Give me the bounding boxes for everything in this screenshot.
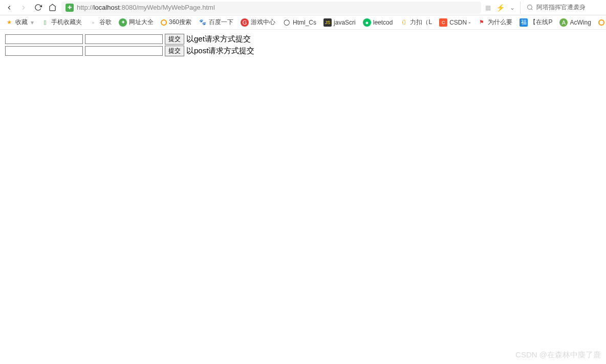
get-form-row: 提交 以get请求方式提交 bbox=[5, 34, 601, 45]
circle-icon bbox=[161, 19, 167, 26]
reload-button[interactable] bbox=[33, 3, 43, 13]
paw-icon: 🐾 bbox=[199, 18, 207, 27]
get-input-2[interactable] bbox=[85, 34, 163, 44]
forward-button[interactable] bbox=[18, 3, 29, 13]
qr-icon[interactable]: ▦ bbox=[485, 4, 491, 11]
browser-search[interactable]: 阿塔指挥官遭袭身 bbox=[520, 2, 586, 14]
bookmark-games[interactable]: G游戏中心 bbox=[241, 18, 275, 27]
search-icon bbox=[527, 4, 533, 11]
get-input-1[interactable] bbox=[5, 34, 83, 44]
lightning-icon[interactable]: ⚡ bbox=[496, 4, 505, 12]
box-icon: 福 bbox=[520, 18, 528, 27]
search-placeholder: 阿塔指挥官遭袭身 bbox=[536, 3, 586, 12]
star-icon: ★ bbox=[5, 18, 13, 27]
shield-icon: ✚ bbox=[66, 4, 74, 12]
address-bar[interactable]: ✚ http://localhost:8080/myWeb/MyWebPage.… bbox=[61, 2, 481, 14]
url-text: http://localhost:8080/myWeb/MyWebPage.ht… bbox=[77, 4, 215, 11]
post-input-1[interactable] bbox=[5, 46, 83, 56]
page-content: 提交 以get请求方式提交 提交 以post请求方式提交 bbox=[0, 30, 606, 61]
bookmark-online[interactable]: 福【在线P bbox=[520, 18, 552, 27]
page-icon: ▫ bbox=[89, 18, 97, 27]
get-description: 以get请求方式提交 bbox=[186, 34, 251, 44]
svg-line-1 bbox=[531, 9, 532, 10]
bookmark-leetcode1[interactable]: ●leetcod bbox=[363, 18, 393, 27]
bookmark-html[interactable]: ◯Html_Cs bbox=[283, 18, 316, 27]
browser-toolbar: ✚ http://localhost:8080/myWeb/MyWebPage.… bbox=[0, 0, 606, 15]
bookmark-urls[interactable]: ✦网址大全 bbox=[119, 18, 154, 27]
bookmark-acwing[interactable]: AAcWing bbox=[559, 18, 591, 27]
bookmark-favorites[interactable]: ★收藏▾ bbox=[5, 18, 34, 27]
post-submit-button[interactable]: 提交 bbox=[165, 46, 184, 56]
svg-point-0 bbox=[528, 5, 532, 10]
acwing-icon: A bbox=[559, 18, 568, 27]
bookmark-csdn[interactable]: CCSDN - bbox=[439, 18, 470, 27]
bookmark-leetcode2[interactable]: ⟨⟩力扣（L bbox=[400, 18, 432, 27]
globe-icon: ✦ bbox=[119, 18, 127, 27]
toolbar-right: ▦ ⚡ ⌄ 阿塔指挥官遭袭身 bbox=[485, 2, 586, 14]
flag-icon: ⚑ bbox=[478, 18, 486, 27]
post-form-row: 提交 以post请求方式提交 bbox=[5, 46, 601, 56]
circle-icon bbox=[598, 19, 604, 26]
bookmark-google[interactable]: ▫谷歌 bbox=[89, 18, 112, 27]
get-submit-button[interactable]: 提交 bbox=[165, 34, 184, 45]
post-input-2[interactable] bbox=[85, 46, 163, 56]
bookmark-baidu[interactable]: 🐾百度一下 bbox=[199, 18, 233, 27]
bookmark-shortest[interactable]: 求最短路 bbox=[598, 18, 606, 27]
bookmarks-bar: ★收藏▾ ▯手机收藏夹 ▫谷歌 ✦网址大全 360搜索 🐾百度一下 G游戏中心 … bbox=[0, 15, 606, 30]
bookmark-360search[interactable]: 360搜索 bbox=[161, 18, 191, 27]
phone-icon: ▯ bbox=[41, 18, 49, 27]
watermark: CSDN @在森林中麋了鹿 bbox=[515, 350, 601, 360]
csdn-icon: C bbox=[439, 18, 447, 27]
bookmark-why[interactable]: ⚑为什么要 bbox=[478, 18, 512, 27]
back-button[interactable] bbox=[4, 3, 14, 13]
js-icon: JS bbox=[323, 18, 332, 27]
bookmark-javascript[interactable]: JSjavaScri bbox=[323, 18, 356, 27]
game-icon: G bbox=[241, 18, 249, 27]
github-icon: ◯ bbox=[283, 18, 291, 27]
bookmark-mobile[interactable]: ▯手机收藏夹 bbox=[41, 18, 82, 27]
chat-icon: ● bbox=[363, 18, 371, 27]
chevron-down-icon[interactable]: ⌄ bbox=[510, 4, 515, 11]
leetcode-icon: ⟨⟩ bbox=[400, 18, 408, 27]
post-description: 以post请求方式提交 bbox=[186, 46, 254, 56]
home-button[interactable] bbox=[47, 3, 57, 13]
